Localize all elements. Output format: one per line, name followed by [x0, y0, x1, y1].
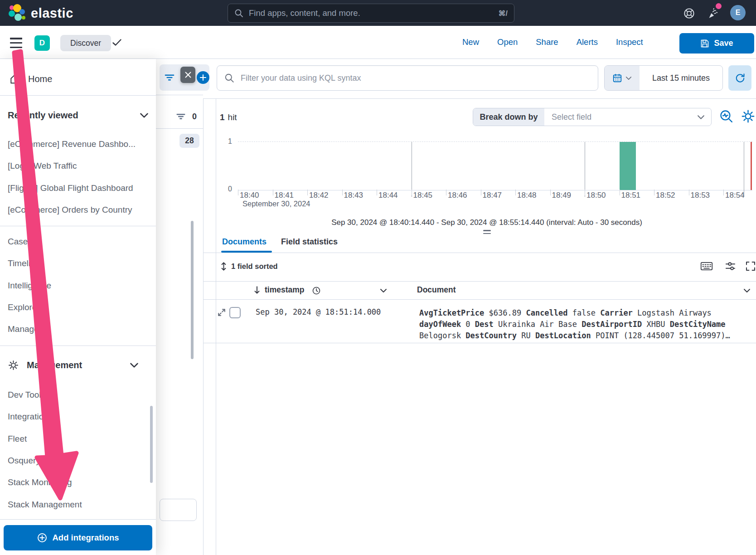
sidebar-scrollbar[interactable] [150, 406, 153, 483]
x-tick-mark [481, 190, 481, 195]
avatar[interactable]: E [730, 5, 746, 20]
time-picker: Last 15 minutes [604, 65, 723, 91]
kql-query-bar[interactable] [217, 65, 598, 91]
chart-settings-gear-icon[interactable] [741, 109, 756, 124]
recently-viewed-header[interactable]: Recently viewed [0, 105, 164, 126]
chart-resize-handle[interactable] [483, 230, 491, 234]
x-tick-mark [446, 190, 446, 195]
recent-item-flights-global-flight-dashboard[interactable]: [Flights] Global Flight Dashboard [8, 177, 136, 199]
filter-icon[interactable] [164, 72, 175, 83]
refresh-button[interactable] [728, 65, 751, 91]
sidebar-item-integrations[interactable]: Integrations [8, 406, 82, 428]
hits-label: hit [228, 112, 237, 122]
toolbar-link-share[interactable]: Share [536, 37, 558, 47]
pagination-control[interactable] [160, 499, 197, 521]
fullscreen-icon[interactable] [745, 261, 756, 272]
sorted-fields-button[interactable]: 1 field sorted [231, 262, 278, 271]
sidebar-item-fleet[interactable]: Fleet [8, 428, 82, 450]
add-integrations-button[interactable]: Add integrations [4, 525, 152, 550]
x-tick-mark [550, 190, 551, 195]
help-button[interactable] [682, 6, 696, 20]
display-settings-icon[interactable] [725, 261, 736, 272]
x-tick-label: 18:45 [413, 191, 433, 200]
add-filter-button[interactable] [197, 71, 209, 84]
close-icon [184, 71, 192, 78]
sidebar-item-manage[interactable]: Manage [8, 318, 51, 340]
close-flyout-button[interactable] [180, 67, 195, 83]
date-picker-button[interactable] [605, 66, 640, 90]
breadcrumb[interactable]: Discover [60, 35, 111, 51]
elastic-logo[interactable]: elastic [6, 4, 73, 23]
x-axis-context-label: September 30, 2024 [242, 200, 310, 208]
management-header[interactable]: Management [0, 355, 164, 375]
toolbar-link-inspect[interactable]: Inspect [616, 37, 643, 47]
recent-item-logs-web-traffic[interactable]: [Logs] Web Traffic [8, 155, 136, 177]
sort-descending-icon [253, 286, 261, 295]
save-label: Save [714, 39, 733, 48]
x-tick-label: 18:52 [656, 191, 675, 200]
field-count-badge: 28 [179, 134, 199, 148]
expand-row-icon[interactable] [217, 308, 226, 317]
x-tick-mark [238, 190, 238, 195]
sort-fields-icon[interactable] [219, 262, 228, 271]
search-icon [224, 73, 234, 83]
x-tick-label: 18:41 [275, 191, 294, 200]
sidebar-item-dev-tools[interactable]: Dev Tools [8, 384, 82, 406]
toolbar-link-new[interactable]: New [462, 37, 479, 47]
save-button[interactable]: Save [679, 33, 754, 54]
tab-field-statistics[interactable]: Field statistics [281, 237, 338, 247]
sidebar-item-osquery[interactable]: Osquery [8, 450, 82, 472]
breakdown-control: Break down by Select field [473, 108, 712, 126]
global-search-input[interactable] [248, 8, 494, 19]
recent-item-ecommerce-revenue-dashbo[interactable]: [eCommerce] Revenue Dashbo... [8, 133, 136, 155]
current-time-marker [751, 142, 752, 190]
x-tick-mark [515, 190, 516, 195]
toolbar-link-open[interactable]: Open [497, 37, 518, 47]
column-header-document[interactable]: Document [417, 285, 456, 295]
tab-documents[interactable]: Documents [222, 237, 267, 247]
clock-icon [312, 286, 321, 295]
row-checkbox[interactable] [229, 307, 241, 318]
x-tick-mark [654, 190, 654, 195]
field-type-filter[interactable]: 0 [176, 112, 197, 122]
time-range-button[interactable]: Last 15 minutes [640, 66, 722, 90]
kql-input[interactable] [240, 73, 591, 83]
save-icon [700, 39, 709, 48]
add-integrations-label: Add integrations [53, 533, 119, 543]
sidebar-item-intelligence[interactable]: Intelligence [8, 275, 51, 297]
column-header-timestamp[interactable]: timestamp [265, 285, 305, 295]
toolbar-link-alerts[interactable]: Alerts [577, 37, 598, 47]
chevron-down-icon [625, 76, 632, 80]
explore-in-lens-icon[interactable] [719, 109, 734, 124]
sidebar-item-explore[interactable]: Explore [8, 297, 51, 318]
avatar-initial: E [736, 9, 741, 17]
sidebar-item-cases[interactable]: Cases [8, 231, 51, 253]
x-tick-label: 18:48 [517, 191, 537, 200]
field-filter-icon [176, 112, 186, 122]
x-tick-label: 18:40 [240, 191, 259, 200]
recently-viewed-list: [eCommerce] Revenue Dashbo...[Logs] Web … [8, 133, 136, 221]
chevron-down-icon[interactable] [743, 288, 751, 293]
chevron-down-icon[interactable] [380, 288, 387, 293]
x-tick-mark [273, 190, 273, 195]
breakdown-select[interactable]: Select field [544, 112, 697, 122]
histogram-plot[interactable] [238, 141, 752, 190]
sidebar-item-stack-management[interactable]: Stack Management [8, 493, 82, 515]
fields-panel-scrollbar[interactable] [191, 221, 194, 359]
x-tick-mark [723, 190, 724, 195]
x-tick-mark [307, 190, 308, 195]
keyboard-icon[interactable] [700, 261, 713, 272]
x-tick-mark [377, 190, 377, 195]
menu-toggle-button[interactable] [10, 38, 22, 48]
sidebar-item-stack-monitoring[interactable]: Stack Monitoring [8, 472, 82, 493]
search-shortcut: ⌘/ [499, 9, 508, 18]
breakdown-label: Break down by [473, 108, 544, 126]
sidebar-item-home[interactable]: Home [0, 66, 165, 92]
histogram-bar[interactable] [620, 142, 636, 190]
global-search[interactable]: ⌘/ [228, 4, 514, 23]
recent-item-ecommerce-orders-by-country[interactable]: [eCommerce] Orders by Country [8, 199, 136, 221]
refresh-icon [735, 73, 746, 83]
sidebar-item-timelines[interactable]: Timelines [8, 253, 51, 274]
security-nav-list: CasesTimelinesIntelligenceExploreManage [8, 231, 51, 340]
app-badge[interactable]: D [34, 35, 50, 51]
